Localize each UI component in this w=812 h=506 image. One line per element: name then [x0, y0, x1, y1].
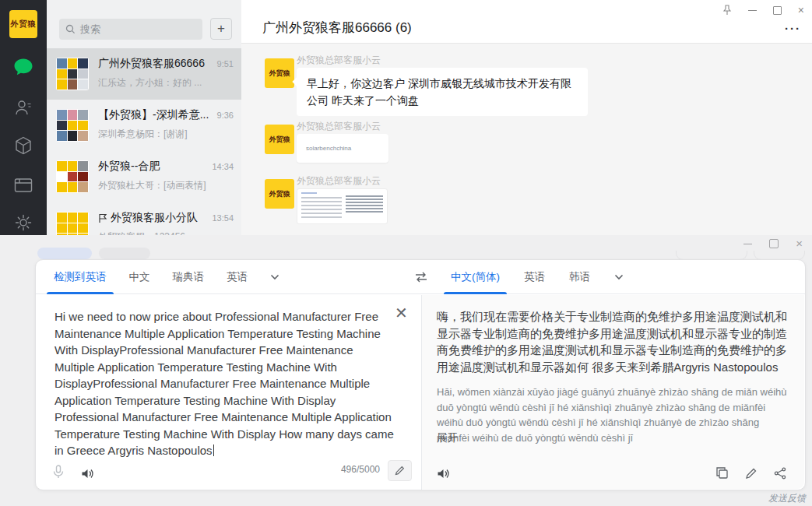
image-message-thumbnail[interactable] [297, 188, 388, 224]
translator-overlay: × 检测到英语 中文 瑞典语 英语 中文(简体) 英语 韩语 [0, 235, 812, 506]
pin-icon[interactable] [722, 5, 732, 16]
avatar[interactable]: 外贸狼 [265, 179, 294, 209]
source-lang-tab-swedish[interactable]: 瑞典语 [173, 260, 205, 294]
close-icon[interactable]: × [798, 5, 804, 16]
wechat-window: 外贸狼 搜索 + [0, 0, 812, 235]
package-icon[interactable] [0, 135, 47, 156]
search-icon [65, 24, 76, 34]
text-cursor [213, 445, 214, 456]
microphone-icon[interactable] [53, 465, 64, 479]
flag-icon [98, 213, 107, 223]
add-chat-button[interactable]: + [210, 18, 232, 40]
source-lang-tab-chinese[interactable]: 中文 [129, 260, 150, 294]
folder-icon[interactable] [0, 177, 47, 194]
edit-icon[interactable] [745, 467, 758, 480]
target-lang-tab-chinese[interactable]: 中文(简体) [451, 260, 500, 294]
search-input[interactable]: 搜索 [59, 19, 202, 40]
avatar[interactable]: 外贸狼 [265, 58, 294, 88]
source-text-input[interactable]: Hi we need to now price about Profession… [54, 308, 394, 459]
minimize-icon[interactable] [748, 10, 757, 11]
expand-link[interactable]: 展开 [437, 431, 458, 445]
contacts-icon[interactable] [0, 98, 47, 117]
maximize-icon[interactable] [773, 6, 782, 15]
handwriting-edit-button[interactable] [388, 460, 412, 481]
chat-preview: 外贸狼杜大哥：[动画表情] [98, 179, 229, 192]
thumbnail-detail [346, 195, 383, 213]
chat-list-item[interactable]: 【外贸狼】-深圳希意... 9:36 深圳希意杨阳：[谢谢] [47, 100, 241, 151]
message-area: 外贸狼 外贸狼总部客服小云 早上好，你这边客户 深圳市威银无线城市技术开发有限公… [241, 44, 812, 235]
language-tab-bar: 检测到英语 中文 瑞典语 英语 中文(简体) 英语 韩语 [36, 260, 805, 294]
swap-languages-icon[interactable] [414, 272, 428, 283]
chat-title-text: 外贸狼客服小分队 [111, 211, 198, 225]
chat-list-panel: 搜索 + 广州外贸狼客服66666 9:51 汇乐达，方小姐：好的 ... 【外… [47, 0, 241, 235]
overlay-close-icon[interactable]: × [796, 238, 803, 249]
target-lang-tab-english[interactable]: 英语 [524, 260, 545, 294]
chat-time: 14:34 [212, 162, 234, 171]
chat-list-item[interactable]: 广州外贸狼客服66666 9:51 汇乐达，方小姐：好的 ... [47, 48, 241, 100]
more-menu-button[interactable]: ··· [785, 22, 801, 35]
source-lang-tab-english[interactable]: 英语 [227, 260, 248, 294]
chat-title: 外贸狼--合肥 [98, 160, 207, 174]
thumbnail-detail [301, 197, 342, 219]
chevron-down-icon[interactable] [614, 274, 624, 280]
target-lang-tab-korean[interactable]: 韩语 [569, 260, 590, 294]
translator-card: 检测到英语 中文 瑞典语 英语 中文(简体) 英语 韩语 Hi we need … [35, 259, 806, 490]
sender-name: 外贸狼总部客服小云 [297, 120, 381, 133]
overlay-minimize-icon[interactable] [743, 244, 752, 244]
char-counter: 496/5000 [332, 464, 380, 475]
group-avatar [56, 160, 89, 193]
conversation-panel: 广州外贸狼客服66666 (6) × ··· 外贸狼 外贸狼总部客服小云 早上好… [241, 0, 812, 235]
copy-icon[interactable] [715, 466, 729, 480]
brand-logo[interactable]: 外贸狼 [9, 10, 37, 38]
settings-gear-icon[interactable] [0, 213, 47, 233]
clear-text-icon[interactable]: ✕ [395, 305, 408, 321]
chat-time: 13:54 [212, 213, 234, 223]
source-lang-tab-detected[interactable]: 检测到英语 [54, 260, 107, 294]
chat-title: 广州外贸狼客服66666 [98, 57, 213, 71]
sender-name: 外贸狼总部客服小云 [297, 174, 381, 188]
app-sidebar: 外贸狼 [0, 0, 47, 235]
conversation-title: 广州外贸狼客服66666 (6) [262, 19, 412, 37]
conversation-header: 广州外贸狼客服66666 (6) × ··· [241, 0, 812, 44]
chat-title: 【外贸狼】-深圳希意... [98, 108, 213, 122]
chat-preview: 汇乐达，方小姐：好的 ... [98, 76, 229, 90]
background-tab [37, 248, 92, 259]
translation-output: 嗨，我们现在需要价格关于专业制造商的免维护多用途温度测试机和显示器专业制造商的免… [437, 308, 789, 375]
chat-list-item[interactable]: 外贸狼--合肥 14:34 外贸狼杜大哥：[动画表情] [47, 151, 241, 202]
listen-source-icon[interactable] [81, 468, 93, 480]
chat-preview: 深圳希意杨阳：[谢谢] [98, 128, 229, 141]
message-bubble[interactable]: 早上好，你这边客户 深圳市威银无线城市技术开发有限公司 昨天来了一个询盘 [297, 68, 588, 116]
chat-time: 9:51 [217, 59, 234, 69]
thumbnail-detail [301, 192, 317, 194]
link-card-message[interactable]: solarbenchchina [297, 134, 388, 163]
chat-icon[interactable] [0, 58, 47, 76]
chat-time: 9:36 [217, 111, 234, 120]
panel-divider [421, 295, 422, 490]
sender-name: 外贸狼总部客服小云 [297, 54, 381, 67]
link-card-text: solarbenchchina [306, 145, 351, 152]
pinyin-transliteration: Hāi, wǒmen xiànzài xūyào jiàgé guānyú zh… [437, 385, 789, 445]
background-tab [99, 248, 150, 259]
listen-translation-icon[interactable] [437, 468, 449, 480]
group-avatar [56, 58, 89, 90]
overlay-maximize-icon[interactable] [769, 239, 779, 248]
send-feedback-link[interactable]: 发送反馈 [768, 492, 806, 505]
avatar[interactable]: 外贸狼 [265, 125, 294, 154]
group-avatar [56, 109, 89, 142]
chevron-down-icon[interactable] [270, 274, 279, 280]
share-icon[interactable] [774, 467, 786, 480]
search-placeholder: 搜索 [80, 23, 100, 37]
